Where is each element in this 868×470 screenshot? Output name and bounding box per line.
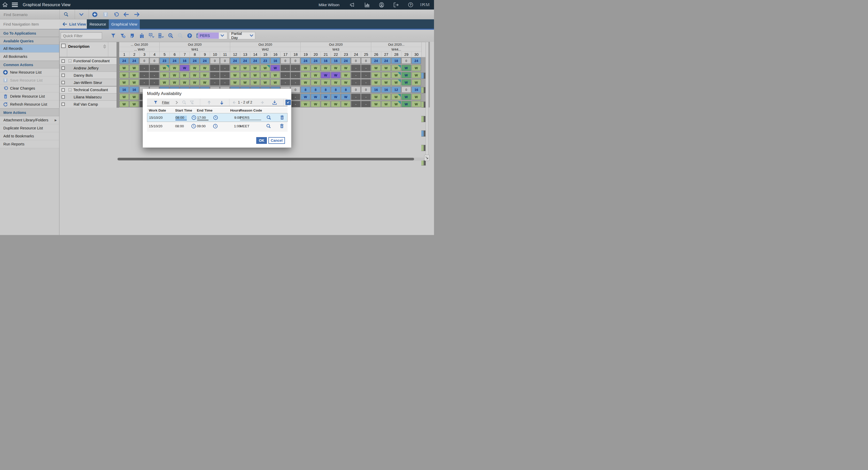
availability-cell[interactable]: W — [200, 79, 210, 86]
availability-cell[interactable]: W — [170, 79, 179, 86]
availability-cell[interactable]: 16 — [331, 58, 340, 64]
horizontal-scrollbar-thumb[interactable] — [118, 158, 414, 160]
availability-cell[interactable]: 16 — [180, 58, 189, 64]
availability-cell[interactable]: W — [331, 101, 340, 107]
availability-cell[interactable]: W — [381, 72, 391, 78]
availability-cell[interactable]: - — [210, 72, 220, 78]
availability-cell[interactable]: W — [301, 94, 310, 100]
availability-cell[interactable]: W — [240, 79, 250, 86]
availability-cell[interactable]: W — [301, 101, 310, 107]
find-navigation-input[interactable] — [0, 19, 59, 29]
availability-cell[interactable]: 0 — [220, 58, 230, 64]
help-icon[interactable]: ? — [187, 32, 193, 39]
availability-cell[interactable]: - — [210, 65, 220, 71]
availability-cell[interactable]: W — [170, 72, 179, 78]
availability-cell[interactable]: W — [311, 79, 320, 86]
filter-icon[interactable] — [153, 100, 158, 105]
availability-cell[interactable]: - — [351, 72, 361, 78]
profile-icon[interactable] — [377, 0, 386, 9]
availability-cell[interactable]: W — [190, 72, 199, 78]
availability-cell[interactable]: W — [250, 72, 260, 78]
availability-cell[interactable]: - — [281, 65, 290, 71]
availability-cell[interactable]: W — [170, 65, 179, 71]
availability-cell[interactable]: 16 — [411, 87, 421, 93]
availability-cell[interactable]: W — [311, 94, 320, 100]
availability-cell[interactable]: 24 — [371, 58, 381, 64]
availability-cell[interactable]: 0 — [291, 58, 300, 64]
arrow-left-icon[interactable] — [123, 11, 129, 18]
cancel-button[interactable]: Cancel — [269, 137, 285, 144]
availability-cell[interactable]: - — [220, 79, 230, 86]
collapse-group-icon[interactable]: - — [68, 88, 71, 91]
quick-filter-input[interactable] — [61, 32, 102, 39]
resource-name[interactable]: Technical Consultant — [73, 88, 108, 92]
sidebar-item-refresh-resource-list[interactable]: Refresh Resource List — [0, 100, 59, 108]
availability-cell[interactable]: 0 — [140, 58, 149, 64]
clear-filter-icon[interactable] — [120, 32, 126, 39]
availability-cell[interactable]: W — [321, 94, 331, 100]
row-description[interactable]: -Functional Consultant — [60, 57, 117, 64]
availability-cell[interactable]: 0 — [361, 58, 371, 64]
availability-cell[interactable]: 23 — [260, 58, 270, 64]
availability-cell[interactable]: 0 — [361, 87, 371, 93]
availability-cell[interactable]: - — [150, 65, 159, 71]
availability-cell[interactable]: 24 — [170, 58, 179, 64]
filter-link[interactable]: Filter — [162, 100, 169, 104]
availability-cell[interactable]: W — [301, 72, 310, 78]
availability-cell[interactable]: W — [341, 65, 350, 71]
availability-cell[interactable]: W — [271, 72, 280, 78]
resource-name[interactable]: Andrew Jeffery — [74, 66, 98, 70]
availability-cell[interactable]: W — [381, 65, 391, 71]
sidebar-item-new-resource-list[interactable]: New Resource List — [0, 68, 59, 76]
availability-cell[interactable]: 8 — [341, 87, 350, 93]
availability-cell[interactable]: 16 — [371, 87, 381, 93]
resource-name[interactable]: Functional Consultant — [73, 59, 110, 63]
end-time-value[interactable]: 09:00 — [197, 124, 209, 128]
availability-cell[interactable]: W — [321, 72, 331, 78]
row-checkbox[interactable] — [61, 88, 65, 92]
row-description[interactable]: Jan-Willem Steur — [60, 79, 117, 86]
availability-cell[interactable]: - — [220, 72, 230, 78]
availability-cell[interactable]: 24 — [341, 58, 350, 64]
sidebar-item-clear-changes[interactable]: Clear Changes — [0, 85, 59, 92]
availability-type-select[interactable]: PERS — [198, 32, 227, 39]
chevron-down-icon[interactable] — [78, 11, 85, 18]
availability-cell[interactable]: W — [392, 101, 401, 107]
availability-cell[interactable]: 24 — [411, 58, 421, 64]
resource-name[interactable]: Danny Bols — [74, 73, 93, 77]
availability-cell[interactable]: W — [311, 65, 320, 71]
select-all-checkbox[interactable] — [61, 44, 66, 48]
row-checkbox[interactable] — [61, 66, 65, 70]
row-description[interactable]: Raf Van Camp — [60, 100, 117, 108]
availability-cell[interactable]: W — [260, 65, 270, 71]
next-row-icon[interactable] — [219, 100, 224, 105]
availability-cell[interactable]: W — [160, 72, 169, 78]
availability-cell[interactable]: 18 — [392, 58, 401, 64]
clock-icon[interactable] — [213, 123, 218, 129]
availability-cell[interactable]: W — [240, 65, 250, 71]
clock-icon[interactable] — [191, 115, 196, 120]
availability-cell[interactable]: W — [341, 79, 350, 86]
row-checkbox[interactable] — [61, 95, 65, 99]
availability-cell[interactable]: W — [260, 79, 270, 86]
availability-cell[interactable]: W — [311, 72, 320, 78]
new-scenario-icon[interactable] — [92, 11, 98, 18]
availability-cell[interactable]: 24 — [230, 58, 240, 64]
availability-cell[interactable]: W — [190, 65, 199, 71]
reports-icon[interactable] — [362, 0, 372, 9]
sidebar-item-duplicate-resource-list[interactable]: Duplicate Resource List — [0, 124, 59, 132]
availability-cell[interactable]: W — [371, 101, 381, 107]
undo-icon[interactable] — [113, 11, 119, 18]
row-description[interactable]: Liliana Malaescu — [60, 93, 117, 100]
availability-cell[interactable]: W — [230, 79, 240, 86]
availability-cell[interactable]: 0 — [210, 58, 220, 64]
availability-cell[interactable]: - — [140, 79, 149, 86]
availability-cell[interactable]: W — [180, 72, 189, 78]
expand-all-icon[interactable] — [158, 32, 164, 39]
start-time-value[interactable]: 08:00 — [175, 124, 187, 128]
availability-cell[interactable]: - — [361, 101, 371, 107]
availability-cell[interactable]: - — [150, 72, 159, 78]
availability-cell[interactable]: W — [301, 65, 310, 71]
availability-cell[interactable]: 0 — [351, 58, 361, 64]
reason-code-input[interactable]: PERS — [240, 116, 261, 120]
